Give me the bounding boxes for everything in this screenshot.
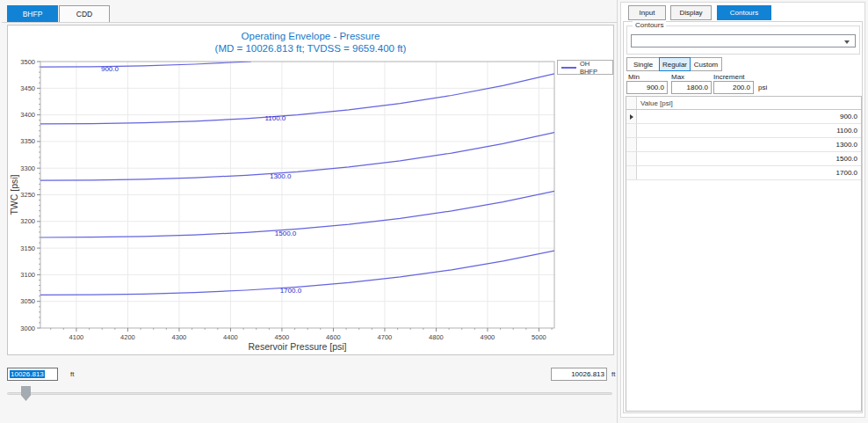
contours-tab-page: Contours Single Regular Custom Min Max I… bbox=[623, 21, 863, 413]
legend-label: OH BHFP bbox=[580, 60, 609, 76]
tab-display[interactable]: Display bbox=[670, 5, 712, 20]
grid-header-gutter bbox=[626, 97, 637, 109]
pressure-envelope-chart: 4100420043004400450046004700480049005000… bbox=[8, 26, 613, 354]
ft-unit-label-right: ft bbox=[611, 370, 615, 378]
chart-legend: OH BHFP bbox=[557, 60, 613, 75]
contour-label-1700: 1700.0 bbox=[280, 287, 302, 295]
tab-contours[interactable]: Contours bbox=[717, 5, 771, 20]
regular-mode-button[interactable]: Regular bbox=[659, 57, 691, 71]
y-tick-label: 3500 bbox=[20, 58, 35, 66]
y-tick-label: 3100 bbox=[20, 271, 35, 279]
row-gutter bbox=[626, 138, 637, 151]
current-row-arrow-icon bbox=[630, 114, 633, 120]
grid-row[interactable]: 1300.0 bbox=[626, 138, 861, 152]
grid-row[interactable]: 1700.0 bbox=[626, 166, 861, 180]
md-right-value: 10026.813 bbox=[571, 370, 604, 378]
contour-curve-900 bbox=[40, 62, 251, 67]
contour-label-1300: 1300.0 bbox=[270, 172, 292, 180]
chevron-down-icon bbox=[844, 40, 850, 44]
tab-cdd[interactable]: CDD bbox=[59, 5, 110, 22]
value-column-header: Value [psi] bbox=[637, 97, 861, 109]
row-gutter bbox=[626, 124, 637, 137]
contour-curve-1100 bbox=[40, 74, 554, 124]
x-tick-label: 4900 bbox=[481, 333, 495, 341]
y-tick-label: 3200 bbox=[20, 217, 35, 225]
contour-curve-1300 bbox=[40, 133, 554, 181]
grid-row[interactable]: 1100.0 bbox=[626, 124, 861, 138]
md-depth-input-left[interactable]: 10026.813 bbox=[7, 368, 58, 381]
value-cell: 1500.0 bbox=[637, 152, 861, 165]
contour-values-grid: Value [psi] 900.0 1100.0 1300.0 1500.0 1… bbox=[626, 96, 862, 412]
x-tick-label: 4300 bbox=[172, 333, 187, 341]
row-gutter bbox=[626, 110, 637, 123]
md-depth-input-right[interactable]: 10026.813 bbox=[551, 368, 607, 381]
grid-row[interactable]: 1500.0 bbox=[626, 152, 861, 166]
slider-track[interactable] bbox=[7, 392, 612, 395]
max-input[interactable]: 1800.0 bbox=[671, 81, 712, 94]
chart-panel: Operating Envelope - Pressure (MD = 1002… bbox=[7, 25, 614, 355]
row-gutter bbox=[626, 166, 637, 179]
tabstrip-divider bbox=[2, 22, 617, 23]
value-cell: 1700.0 bbox=[637, 166, 861, 179]
single-mode-button[interactable]: Single bbox=[626, 57, 660, 71]
custom-mode-button[interactable]: Custom bbox=[690, 57, 722, 71]
selected-text: 10026.813 bbox=[10, 370, 45, 378]
grid-header: Value [psi] bbox=[626, 97, 861, 110]
tab-input[interactable]: Input bbox=[628, 5, 666, 20]
x-tick-label: 4700 bbox=[378, 333, 393, 341]
y-tick-label: 3400 bbox=[20, 111, 35, 119]
y-tick-label: 3350 bbox=[20, 137, 35, 145]
y-axis-title: TWC [psi] bbox=[9, 174, 19, 215]
contour-label-900: 900.0 bbox=[101, 65, 119, 73]
min-label: Min bbox=[628, 73, 640, 81]
min-input[interactable]: 900.0 bbox=[626, 81, 668, 94]
groupbox-label: Contours bbox=[633, 21, 666, 29]
combo-value bbox=[632, 41, 634, 49]
max-label: Max bbox=[671, 73, 684, 81]
increment-input[interactable]: 200.0 bbox=[713, 81, 754, 94]
app-window: { "left_panel": { "tabs": [ { "label": "… bbox=[0, 0, 868, 423]
panel-divider bbox=[617, 0, 618, 423]
x-tick-label: 4400 bbox=[223, 333, 238, 341]
x-tick-label: 4500 bbox=[275, 333, 290, 341]
increment-label: Increment bbox=[713, 73, 745, 81]
y-tick-label: 3050 bbox=[20, 297, 35, 305]
contours-groupbox: Contours bbox=[626, 26, 860, 55]
x-tick-label: 4800 bbox=[429, 333, 444, 341]
contour-label-1500: 1500.0 bbox=[275, 230, 297, 237]
contours-combobox[interactable] bbox=[631, 34, 856, 47]
psi-unit-label: psi bbox=[758, 84, 767, 91]
x-axis-title: Reservoir Pressure [psi] bbox=[248, 341, 346, 352]
y-tick-label: 3150 bbox=[20, 244, 35, 252]
y-tick-label: 3450 bbox=[20, 84, 35, 92]
x-tick-label: 4100 bbox=[69, 333, 84, 341]
x-tick-label: 4200 bbox=[120, 333, 135, 341]
value-cell: 900.0 bbox=[637, 110, 861, 123]
depth-slider[interactable] bbox=[7, 385, 612, 403]
ft-unit-label-left: ft bbox=[70, 370, 74, 378]
x-tick-label: 4600 bbox=[326, 333, 341, 341]
row-gutter bbox=[626, 152, 637, 165]
grid-row[interactable]: 900.0 bbox=[626, 110, 861, 124]
y-tick-label: 3250 bbox=[20, 191, 35, 199]
value-cell: 1100.0 bbox=[637, 124, 861, 137]
y-tick-label: 3300 bbox=[20, 164, 35, 172]
x-tick-label: 5000 bbox=[532, 333, 546, 341]
value-cell: 1300.0 bbox=[637, 138, 861, 151]
slider-thumb[interactable] bbox=[21, 386, 31, 401]
mode-button-group: Single Regular Custom bbox=[626, 57, 721, 71]
y-tick-label: 3000 bbox=[20, 325, 35, 332]
settings-panel: Input Display Contours Contours Single R… bbox=[620, 2, 865, 418]
tab-bhfp[interactable]: BHFP bbox=[7, 5, 58, 22]
contour-curve-1500 bbox=[40, 191, 554, 237]
series-line-icon bbox=[561, 67, 576, 69]
contour-label-1100: 1100.0 bbox=[264, 114, 286, 122]
